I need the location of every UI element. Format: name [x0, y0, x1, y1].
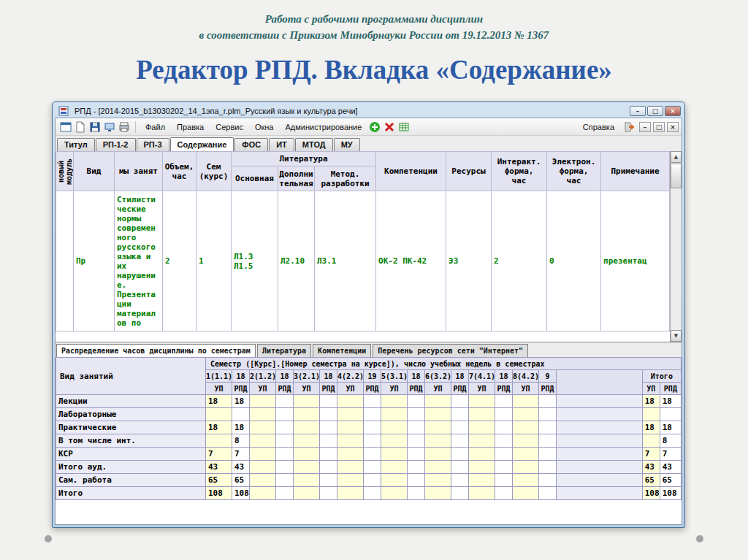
hours-cell[interactable]: [250, 448, 276, 461]
hours-cell[interactable]: [495, 408, 513, 421]
hours-cell[interactable]: [337, 395, 364, 408]
hours-cell[interactable]: [539, 395, 557, 408]
hours-cell[interactable]: [451, 474, 469, 487]
hours-cell[interactable]: [294, 461, 320, 474]
hours-cell[interactable]: [364, 487, 381, 500]
save-icon[interactable]: [88, 120, 102, 134]
hours-cell[interactable]: [320, 487, 337, 500]
hours-cell[interactable]: [425, 487, 451, 500]
hours-cell[interactable]: 18: [206, 421, 232, 434]
hours-cell[interactable]: [320, 408, 337, 421]
hours-cell[interactable]: [539, 487, 557, 500]
maximize-button[interactable]: □: [647, 106, 663, 116]
table-icon[interactable]: [397, 120, 411, 134]
cell-vid[interactable]: Пр: [74, 191, 115, 331]
hours-cell[interactable]: [408, 487, 425, 500]
hours-cell[interactable]: [513, 395, 539, 408]
hours-cell[interactable]: [232, 408, 250, 421]
hours-cell[interactable]: [294, 474, 320, 487]
hours-cell[interactable]: [451, 461, 469, 474]
hours-cell[interactable]: [294, 434, 320, 448]
minimize-button[interactable]: –: [630, 106, 646, 116]
hours-cell[interactable]: [539, 421, 557, 434]
hours-cell[interactable]: [469, 461, 495, 474]
hours-cell[interactable]: [250, 395, 276, 408]
hours-cell[interactable]: [451, 434, 469, 448]
hours-cell[interactable]: [425, 434, 451, 448]
hours-cell[interactable]: [337, 434, 364, 448]
bottom-tab-hours[interactable]: Распределение часов дисциплины по семест…: [56, 344, 256, 357]
new-document-icon[interactable]: [74, 120, 87, 134]
hours-cell[interactable]: [539, 408, 557, 421]
hours-cell[interactable]: [294, 408, 320, 421]
bottom-tab-competencies[interactable]: Компетенции: [313, 344, 371, 357]
bottom-tab-literature[interactable]: Литература: [257, 344, 311, 357]
hours-cell[interactable]: [381, 448, 408, 461]
hours-cell[interactable]: [320, 395, 337, 408]
tab-content[interactable]: Содержание: [170, 137, 234, 151]
tab-fos[interactable]: ФОС: [234, 138, 268, 151]
hours-cell[interactable]: [364, 434, 381, 448]
hours-cell[interactable]: [337, 461, 364, 474]
hours-cell[interactable]: [408, 434, 425, 448]
hours-cell[interactable]: [513, 474, 539, 487]
hours-cell[interactable]: [337, 408, 364, 421]
hours-cell[interactable]: [425, 408, 451, 421]
hours-cell[interactable]: [276, 474, 294, 487]
hours-cell[interactable]: [250, 487, 276, 500]
hours-cell[interactable]: [513, 461, 539, 474]
hours-cell[interactable]: [337, 487, 364, 500]
hours-cell[interactable]: [408, 421, 425, 434]
hours-cell[interactable]: [337, 448, 364, 461]
hours-cell[interactable]: [250, 421, 276, 434]
hours-cell[interactable]: [364, 408, 381, 421]
hours-cell[interactable]: [276, 461, 294, 474]
hours-cell[interactable]: [381, 474, 408, 487]
hours-cell[interactable]: [425, 395, 451, 408]
hours-cell[interactable]: 7: [232, 448, 250, 461]
hours-cell[interactable]: [276, 408, 294, 421]
hours-cell[interactable]: [320, 461, 337, 474]
hours-cell[interactable]: [320, 448, 337, 461]
hours-cell[interactable]: [539, 448, 557, 461]
print-icon[interactable]: [118, 120, 131, 134]
hours-cell[interactable]: [408, 474, 425, 487]
vertical-scrollbar[interactable]: ▲ ▼: [670, 151, 682, 342]
hours-cell[interactable]: [276, 448, 294, 461]
menu-edit[interactable]: Правка: [171, 120, 210, 134]
hours-cell[interactable]: [364, 421, 381, 434]
hours-cell[interactable]: 7: [206, 448, 232, 461]
hours-cell[interactable]: [513, 448, 539, 461]
scrollbar-thumb[interactable]: [671, 164, 682, 188]
hours-cell[interactable]: [381, 408, 408, 421]
cell-electronic[interactable]: 0: [547, 191, 601, 331]
hours-cell[interactable]: [250, 474, 276, 487]
mdi-close-button[interactable]: ×: [667, 122, 679, 132]
hours-cell[interactable]: [539, 461, 557, 474]
hours-cell[interactable]: [381, 487, 408, 500]
hours-cell[interactable]: [206, 434, 232, 448]
hours-cell[interactable]: 8: [232, 434, 250, 448]
hours-cell[interactable]: [469, 434, 495, 448]
hours-cell[interactable]: [513, 421, 539, 434]
hours-cell[interactable]: [381, 395, 408, 408]
hours-cell[interactable]: [364, 395, 381, 408]
hours-cell[interactable]: [495, 474, 513, 487]
menu-file[interactable]: Файл: [140, 120, 171, 134]
hours-cell[interactable]: [495, 421, 513, 434]
hours-cell[interactable]: [337, 421, 364, 434]
hours-cell[interactable]: 43: [206, 461, 232, 474]
hours-cell[interactable]: [294, 421, 320, 434]
tab-rp-3[interactable]: РП-3: [137, 138, 169, 151]
hours-cell[interactable]: [495, 434, 513, 448]
tab-mu[interactable]: МУ: [334, 138, 360, 151]
hours-cell[interactable]: [495, 461, 513, 474]
hours-cell[interactable]: [451, 448, 469, 461]
hours-cell[interactable]: [381, 434, 408, 448]
cell-topic[interactable]: Стилистические нормы современного русско…: [115, 191, 163, 331]
tab-titul[interactable]: Титул: [57, 138, 95, 151]
monitor-icon[interactable]: [103, 120, 116, 134]
hours-cell[interactable]: [451, 421, 469, 434]
hours-cell[interactable]: [469, 408, 495, 421]
hours-cell[interactable]: [425, 421, 451, 434]
